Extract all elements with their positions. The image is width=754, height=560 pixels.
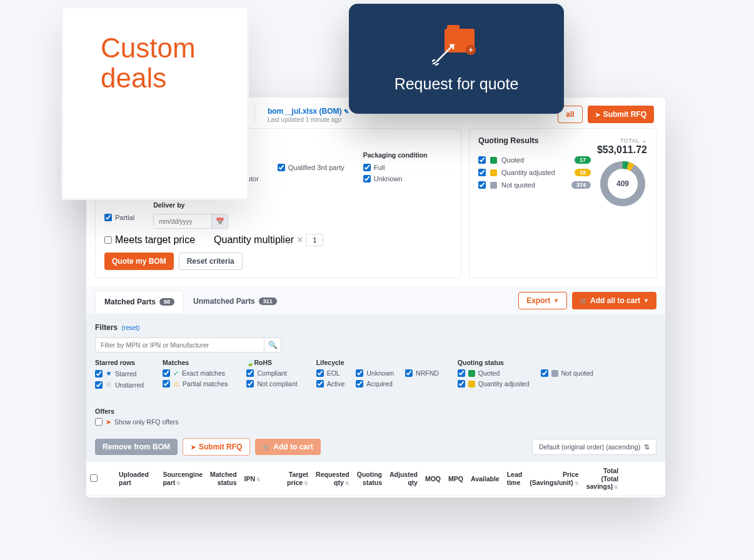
sort-select[interactable]: Default (original order) (ascending) ⇅ <box>532 439 656 455</box>
col-total[interactable]: Total (Total savings)⇅ <box>583 462 623 496</box>
partial-matches-checkbox[interactable]: ⚠Partial matches <box>163 380 228 388</box>
not-compliant-checkbox[interactable]: Not compliant <box>246 380 297 388</box>
not-quoted-row[interactable]: Not quoted374 <box>478 181 591 189</box>
star-filled-icon: ★ <box>106 369 112 378</box>
qty-adj-icon <box>490 169 497 176</box>
full-checkbox[interactable]: Full <box>363 164 428 171</box>
quoted-icon <box>468 370 475 377</box>
price-cell: $0.28600 <box>526 496 582 498</box>
submit-rfq-small-button[interactable]: Submit RFQ <box>183 438 250 456</box>
parts-table: Uploaded part Sourcengine part⇅ Matched … <box>86 462 665 498</box>
not-quoted-icon <box>490 182 497 189</box>
not-quoted-filter-checkbox[interactable]: Not quoted <box>541 369 593 377</box>
export-button[interactable]: Export ▼ <box>518 292 567 309</box>
header-actions: all Submit RFQ <box>558 106 654 123</box>
check-icon: ✓ <box>173 369 179 377</box>
not-quoted-icon <box>551 370 558 377</box>
tab-unmatched-parts[interactable]: Unmatched Parts311 <box>184 290 286 312</box>
partial-group: . Partial <box>104 201 134 229</box>
qualified-group: . Qualified 3rd party <box>278 151 344 182</box>
qualified-3rd-party-checkbox[interactable]: Qualified 3rd party <box>278 164 344 171</box>
quoted-icon <box>490 157 497 164</box>
deliver-by-input[interactable]: 📅 <box>153 214 228 229</box>
ipn-cell: WA-22213242 <box>241 496 278 498</box>
cursor-arrow-icon <box>432 36 462 66</box>
quoted-filter-checkbox[interactable]: Quoted <box>458 369 530 377</box>
col-source[interactable]: Sourcengine part⇅ <box>159 462 206 496</box>
edit-icon[interactable]: ✎ <box>344 108 349 115</box>
warning-icon: ⚠ <box>173 380 179 388</box>
unknown-lc-checkbox[interactable]: Unknown <box>356 369 394 377</box>
col-moq[interactable]: MOQ <box>421 462 445 496</box>
col-mpq[interactable]: MPQ <box>445 462 467 496</box>
rfq-card: + Request for quote <box>349 4 564 114</box>
starred-checkbox[interactable]: ★Starred <box>95 369 144 378</box>
search-icon: 🔍 <box>268 341 278 349</box>
req-qty-cell: 2,000 <box>312 496 353 498</box>
col-qstatus[interactable]: Quoting status <box>353 462 386 496</box>
divider <box>254 106 255 123</box>
unknown-checkbox[interactable]: Unknown <box>363 175 428 182</box>
tabs-bar: Matched Parts98 Unmatched Parts311 Expor… <box>86 287 665 315</box>
active-checkbox[interactable]: Active <box>316 380 345 388</box>
rohs-filter: 🍃RoHS Compliant Not compliant <box>246 359 297 389</box>
lifecycle-filter: Lifecycle EOL Active Unknown Acquired NR… <box>316 359 439 389</box>
quoted-row[interactable]: Quoted17 <box>478 156 591 164</box>
target-cell: $0.17713 <box>277 496 312 498</box>
rfq-only-checkbox[interactable]: ➤Show only RFQ offers <box>95 418 179 426</box>
quoting-status-cell <box>353 496 386 498</box>
donut-chart: 409 <box>598 159 647 208</box>
eol-checkbox[interactable]: EOL <box>316 369 345 377</box>
matches-filter: Matches ✓Exact matches ⚠Partial matches <box>163 359 228 389</box>
col-reqqty[interactable]: Requested qty⇅ <box>312 462 353 496</box>
mpq-cell: 1 <box>445 496 467 498</box>
col-target[interactable]: Target price⇅ <box>277 462 312 496</box>
add-all-to-cart-button[interactable]: Add all to cart ▼ <box>572 292 656 309</box>
action-bar: Remove from BOM Submit RFQ Add to cart D… <box>86 432 665 462</box>
col-avail[interactable]: Available <box>467 462 503 496</box>
remove-from-bom-button[interactable]: Remove from BOM <box>95 439 178 455</box>
col-price[interactable]: Price (Savings/unit)⇅ <box>526 462 582 496</box>
meets-target-checkbox[interactable]: Meets target price <box>104 234 195 246</box>
cart-icon <box>580 296 587 305</box>
filters-reset-link[interactable]: (reset) <box>121 324 139 331</box>
reset-criteria-button[interactable]: Reset criteria <box>179 252 243 270</box>
date-field[interactable] <box>154 214 211 228</box>
avail-cell: 7,282 <box>467 496 503 498</box>
submit-rfq-button[interactable]: Submit RFQ <box>588 106 654 123</box>
qty-adj-filter-checkbox[interactable]: Quantity adjusted <box>458 380 530 388</box>
packaging-group: Packaging condition Full Unknown <box>363 151 428 182</box>
tab-matched-parts[interactable]: Matched Parts98 <box>95 291 184 312</box>
cart-icon <box>263 442 270 451</box>
qty-mult-input[interactable] <box>306 234 323 246</box>
col-ipn[interactable]: IPN⇅ <box>241 462 278 496</box>
col-adjqty[interactable]: Adjusted qty <box>386 462 421 496</box>
matched-status-cell: ✓ <box>206 496 241 498</box>
custom-deals-title: Custom deals <box>101 33 209 94</box>
bom-file-link[interactable]: bom__jul.xlsx (BOM)✎ <box>268 107 349 116</box>
custom-deals-card: Custom deals <box>61 6 249 200</box>
filters-title: Filters <box>95 323 118 332</box>
col-matched[interactable]: Matched status <box>206 462 241 496</box>
total-amount: $53,011.72 <box>597 144 647 156</box>
rfq-icon: + <box>435 25 478 65</box>
col-uploaded[interactable]: Uploaded part <box>115 462 159 496</box>
compliant-checkbox[interactable]: Compliant <box>246 369 297 377</box>
donut-center-value: 409 <box>598 159 647 208</box>
unstarred-checkbox[interactable]: ☆Unstarred <box>95 381 144 389</box>
col-lead[interactable]: Lead time <box>503 462 526 496</box>
star-outline-icon: ☆ <box>106 381 112 389</box>
chevron-down-icon[interactable] <box>641 138 648 144</box>
acquired-checkbox[interactable]: Acquired <box>356 380 394 388</box>
calendar-icon[interactable]: 📅 <box>211 214 228 228</box>
exact-matches-checkbox[interactable]: ✓Exact matches <box>163 369 228 377</box>
quote-my-bom-button[interactable]: Quote my BOM <box>104 252 174 270</box>
qty-adjusted-row[interactable]: Quantity adjusted18 <box>478 169 591 176</box>
filter-search-input[interactable] <box>95 338 264 352</box>
partial-checkbox[interactable]: Partial <box>104 214 134 221</box>
select-all-checkbox[interactable] <box>90 474 98 482</box>
nrfnd-checkbox[interactable]: NRFND <box>405 369 439 377</box>
search-button[interactable]: 🔍 <box>264 338 281 352</box>
add-to-cart-button[interactable]: Add to cart <box>255 439 320 455</box>
offers-filter: Offers ➤Show only RFQ offers <box>95 408 179 426</box>
